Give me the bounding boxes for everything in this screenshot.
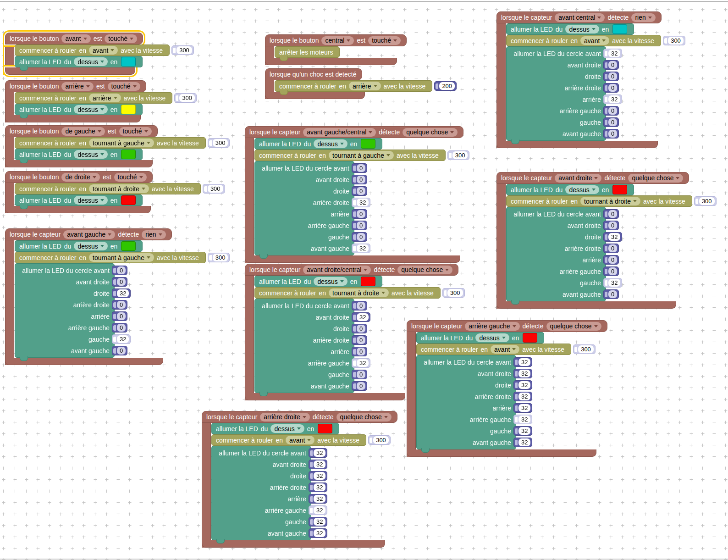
number-value[interactable]: 32 [117, 335, 129, 343]
dropdown-detect-what[interactable]: quelque chose [546, 322, 601, 331]
number-value[interactable]: 300 [213, 254, 228, 261]
number-input[interactable]: 0 [352, 324, 367, 333]
number-value[interactable]: 0 [608, 61, 617, 69]
event-block-header[interactable]: lorsque le boutonde gaucheesttouché [5, 125, 158, 137]
number-value[interactable]: 300 [452, 151, 468, 159]
move-block[interactable]: commencer à roulerenavantavec la vitesse [416, 344, 571, 355]
number-input[interactable]: 300 [174, 93, 197, 103]
move-block[interactable]: commencer à roulerentournant à gaucheave… [254, 150, 446, 161]
number-input[interactable]: 32 [309, 517, 327, 527]
number-input[interactable]: 32 [513, 357, 532, 367]
number-input[interactable]: 0 [112, 323, 127, 333]
led-block[interactable]: allumer la LEDdudessusen [416, 332, 544, 344]
number-value[interactable]: 32 [314, 529, 325, 537]
dropdown-detect-what[interactable]: quelque chose [628, 174, 683, 183]
number-value[interactable]: 0 [357, 210, 365, 218]
dropdown-sensor-name[interactable]: avant droite/central [303, 266, 371, 274]
number-input[interactable]: 300 [368, 435, 391, 445]
dropdown-sensor-name[interactable]: arrière gauche [465, 322, 519, 331]
dropdown-button-name[interactable]: arrière [61, 82, 93, 91]
led-circle-block[interactable]: allumer la LED du cercle avant32avant dr… [416, 355, 516, 449]
dropdown-button-state[interactable]: touché [114, 173, 147, 182]
event-block-header[interactable]: lorsque qu'un choc est detecté [265, 68, 362, 80]
dropdown-direction[interactable]: avant [89, 46, 118, 55]
color-swatch-red[interactable] [361, 277, 375, 286]
number-input[interactable]: 300 [573, 344, 596, 354]
move-block[interactable]: commencer à roulerenavantavec la vitesse [506, 35, 661, 46]
number-value[interactable]: 0 [608, 267, 617, 275]
number-input[interactable]: 300 [208, 138, 230, 148]
dropdown-direction[interactable]: tournant à droite [89, 184, 149, 193]
number-value[interactable]: 0 [357, 348, 365, 355]
led-block[interactable]: allumer la LEDdudessusen [15, 56, 143, 67]
number-input[interactable]: 32 [603, 278, 622, 288]
number-input[interactable]: 200 [434, 81, 457, 91]
color-swatch-red[interactable] [318, 424, 332, 433]
number-input[interactable]: 0 [352, 335, 367, 345]
move-block[interactable]: commencer à roulerentournant à droiteave… [254, 287, 441, 299]
dropdown-button-name[interactable]: central [321, 36, 354, 45]
number-value[interactable]: 300 [213, 139, 228, 147]
number-value[interactable]: 0 [117, 347, 126, 355]
number-input[interactable]: 32 [309, 471, 327, 481]
number-value[interactable]: 32 [608, 233, 620, 241]
number-value[interactable]: 300 [208, 185, 223, 193]
led-block[interactable]: allumer la LEDdudessusen [254, 138, 382, 150]
color-swatch-green[interactable] [121, 150, 136, 159]
number-value[interactable]: 32 [357, 199, 369, 206]
dropdown-led-target[interactable]: dessus [565, 25, 599, 33]
number-input[interactable]: 0 [112, 300, 127, 310]
number-value[interactable]: 32 [314, 483, 325, 491]
dropdown-detect-what[interactable]: quelque chose [397, 266, 452, 274]
number-input[interactable]: 32 [603, 232, 622, 242]
dropdown-button-name[interactable]: de droite [61, 173, 99, 182]
number-input[interactable]: 0 [603, 209, 619, 219]
number-value[interactable]: 0 [357, 187, 365, 195]
dropdown-button-state[interactable]: touché [105, 34, 137, 43]
number-value[interactable]: 0 [357, 382, 365, 390]
number-value[interactable]: 0 [608, 256, 617, 264]
number-input[interactable]: 0 [352, 232, 367, 242]
number-input[interactable]: 0 [603, 60, 619, 70]
dropdown-direction[interactable]: tournant à gauche [89, 139, 154, 147]
number-value[interactable]: 32 [357, 359, 369, 367]
number-value[interactable]: 0 [357, 325, 365, 333]
event-block-header[interactable]: lorsque le capteurarrière droitedétecteq… [202, 411, 397, 423]
number-input[interactable]: 32 [352, 358, 370, 368]
dropdown-led-target[interactable]: dessus [74, 105, 107, 114]
number-value[interactable]: 32 [518, 393, 530, 400]
dropdown-button-name[interactable]: de gauche [61, 127, 105, 136]
led-block[interactable]: allumer la LEDdudessusen [15, 194, 143, 206]
number-input[interactable]: 0 [112, 277, 127, 287]
number-value[interactable]: 0 [117, 266, 126, 274]
number-input[interactable]: 32 [309, 494, 327, 504]
dropdown-led-target[interactable]: dessus [74, 196, 107, 205]
number-value[interactable]: 0 [357, 336, 365, 344]
event-block-header[interactable]: lorsque le capteuravant centraldétecteri… [496, 11, 662, 23]
event-block-header[interactable]: lorsque le capteuravant droite/centraldé… [245, 264, 458, 276]
color-swatch-red[interactable] [612, 185, 627, 194]
number-input[interactable]: 0 [352, 381, 367, 391]
dropdown-detect-what[interactable]: quelque chose [336, 413, 392, 421]
number-input[interactable]: 0 [603, 117, 619, 127]
number-input[interactable]: 32 [513, 415, 532, 424]
number-value[interactable]: 300 [578, 345, 594, 353]
number-value[interactable]: 0 [608, 84, 617, 92]
number-input[interactable]: 0 [112, 311, 127, 321]
event-block-header[interactable]: lorsque le boutonde droiteesttouché [5, 171, 153, 183]
number-input[interactable]: 0 [352, 370, 367, 379]
led-block[interactable]: allumer la LEDdudessusen [506, 23, 634, 35]
event-block-header[interactable]: lorsque le capteuravant gauche/centraldé… [245, 126, 463, 138]
number-input[interactable]: 32 [603, 94, 622, 104]
led-circle-block[interactable]: allumer la LED du cercle avant32avant dr… [211, 446, 311, 540]
number-input[interactable]: 32 [352, 312, 370, 322]
dropdown-led-target[interactable]: dessus [314, 139, 347, 148]
number-input[interactable]: 32 [309, 448, 327, 458]
dropdown-direction[interactable]: avant [580, 36, 609, 45]
number-input[interactable]: 300 [208, 253, 230, 262]
number-input[interactable]: 0 [603, 83, 619, 93]
move-block[interactable]: commencer à roulerentournant à gaucheave… [15, 137, 206, 149]
number-value[interactable]: 0 [357, 164, 365, 172]
move-block[interactable]: commencer à roulerenarrièreavec la vites… [275, 80, 432, 92]
number-value[interactable]: 32 [518, 358, 530, 366]
